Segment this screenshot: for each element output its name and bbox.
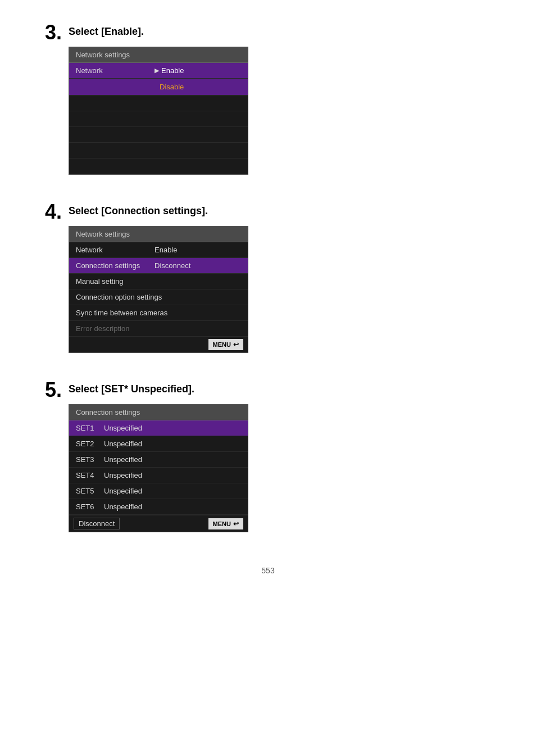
step-5-menu-btn[interactable]: MENU ↩	[208, 518, 243, 529]
step-4-network-value: Enable	[155, 246, 177, 254]
step-4-menu-label: MENU	[213, 341, 231, 348]
step-5-return-icon: ↩	[233, 520, 239, 528]
step-5-set6-label: SET6	[76, 503, 104, 511]
step-5-row-set6[interactable]: SET6 Unspecified	[69, 499, 248, 515]
step-4-row-conn-option[interactable]: Connection option settings	[69, 289, 248, 305]
step-4-manual-label: Manual setting	[76, 277, 155, 286]
step-3-row-empty-4	[69, 143, 248, 159]
step-5-number: 5.	[34, 380, 62, 400]
step-5-title: Select [SET* Unspecified].	[69, 383, 502, 395]
step-3-enable-value: Enable	[161, 66, 184, 75]
step-3-arrow-icon: ▶	[155, 67, 159, 74]
step-4-row-connection[interactable]: Connection settings Disconnect	[69, 258, 248, 274]
step-5-bottom-bar: Disconnect MENU ↩	[69, 515, 248, 532]
step-3-number: 3.	[34, 22, 62, 43]
step-5-set2-label: SET2	[76, 440, 104, 448]
step-5-set3-value: Unspecified	[104, 455, 142, 464]
step-3-network-label: Network	[76, 66, 155, 75]
step-5-set3-label: SET3	[76, 455, 104, 464]
step-5-set1-label: SET1	[76, 424, 104, 432]
page-number: 553	[34, 566, 502, 575]
step-5: 5. Select [SET* Unspecified]. Connection…	[34, 380, 502, 532]
step-4-row-error: Error description	[69, 321, 248, 337]
step-5-row-set2[interactable]: SET2 Unspecified	[69, 436, 248, 452]
step-4-connection-value: Disconnect	[155, 261, 190, 270]
step-4: 4. Select [Connection settings]. Network…	[34, 202, 502, 353]
step-4-title: Select [Connection settings].	[69, 205, 502, 217]
step-3-title: Select [Enable].	[69, 26, 502, 38]
step-4-row-manual[interactable]: Manual setting	[69, 274, 248, 289]
step-4-panel-header: Network settings	[69, 227, 248, 242]
step-5-row-set1[interactable]: SET1 Unspecified	[69, 420, 248, 436]
step-5-row-set5[interactable]: SET5 Unspecified	[69, 483, 248, 499]
step-5-disconnect-btn[interactable]: Disconnect	[74, 518, 120, 529]
step-3-row-empty-1	[69, 96, 248, 111]
step-4-number: 4.	[34, 202, 62, 222]
step-4-row-network[interactable]: Network Enable	[69, 242, 248, 258]
step-3-row-empty-5	[69, 159, 248, 174]
step-3-row-empty-2	[69, 111, 248, 127]
step-3-disable-value: Disable	[156, 82, 187, 92]
step-5-menu-label: MENU	[213, 520, 231, 527]
step-5-set5-label: SET5	[76, 487, 104, 495]
step-3-row-disable[interactable]: Disable	[69, 79, 248, 96]
step-3-row-empty-3	[69, 127, 248, 143]
step-5-set2-value: Unspecified	[104, 440, 142, 448]
step-5-row-set4[interactable]: SET4 Unspecified	[69, 468, 248, 483]
step-4-sync-label: Sync time between cameras	[76, 309, 167, 317]
step-5-set6-value: Unspecified	[104, 503, 142, 511]
step-4-menu-row: MENU ↩	[69, 337, 248, 352]
step-5-panel: Connection settings SET1 Unspecified SET…	[69, 404, 248, 532]
step-5-set5-value: Unspecified	[104, 487, 142, 495]
step-3-row-network[interactable]: Network ▶ Enable	[69, 63, 248, 79]
step-3: 3. Select [Enable]. Network settings Net…	[34, 22, 502, 175]
step-5-row-set3[interactable]: SET3 Unspecified	[69, 452, 248, 468]
step-5-set4-value: Unspecified	[104, 471, 142, 479]
step-5-set4-label: SET4	[76, 471, 104, 479]
step-5-panel-header: Connection settings	[69, 405, 248, 420]
step-4-conn-option-label: Connection option settings	[76, 293, 162, 301]
step-4-connection-label: Connection settings	[76, 261, 155, 270]
step-4-row-sync[interactable]: Sync time between cameras	[69, 305, 248, 321]
step-5-content: Select [SET* Unspecified]. Connection se…	[69, 380, 502, 532]
step-3-panel: Network settings Network ▶ Enable Disabl…	[69, 47, 248, 175]
step-4-return-icon: ↩	[233, 341, 239, 348]
step-4-content: Select [Connection settings]. Network se…	[69, 202, 502, 353]
step-3-content: Select [Enable]. Network settings Networ…	[69, 22, 502, 175]
step-4-menu-btn[interactable]: MENU ↩	[208, 339, 243, 350]
step-4-network-label: Network	[76, 246, 155, 254]
step-5-set1-value: Unspecified	[104, 424, 142, 432]
step-4-error-label: Error description	[76, 324, 155, 333]
step-4-panel: Network settings Network Enable Connecti…	[69, 226, 248, 353]
step-3-panel-header: Network settings	[69, 47, 248, 63]
